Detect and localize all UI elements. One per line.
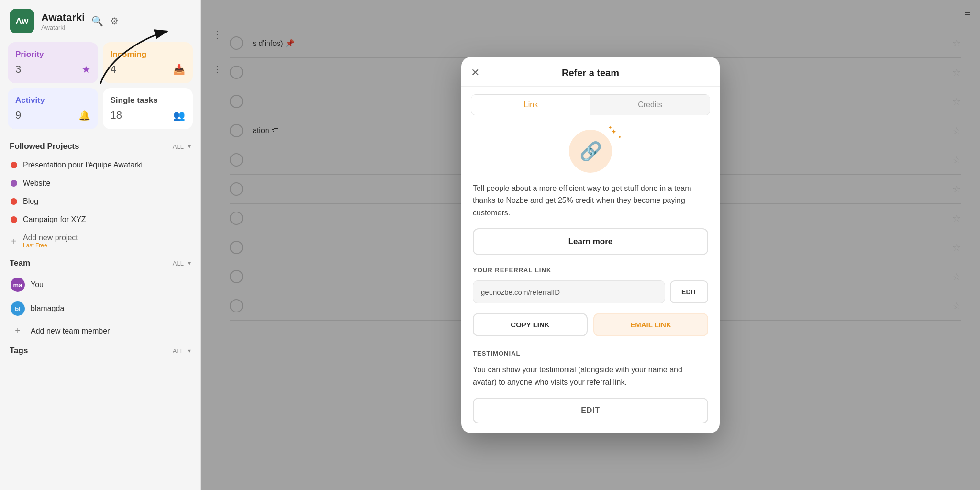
activity-card-label: Activity bbox=[15, 96, 90, 105]
settings-button[interactable]: ⚙ bbox=[110, 15, 119, 27]
section-controls: ALL ▾ bbox=[173, 143, 191, 150]
add-project-item[interactable]: + Add new project Last Free bbox=[8, 229, 193, 254]
tags-section: Tags ALL ▾ bbox=[0, 341, 200, 360]
team-controls: ALL ▾ bbox=[173, 259, 191, 267]
project-name: Website bbox=[23, 179, 51, 188]
single-tasks-label: Single tasks bbox=[111, 96, 186, 105]
team-member-you[interactable]: ma You bbox=[8, 273, 193, 297]
project-name: Présentation pour l'équipe Awatarki bbox=[23, 161, 143, 169]
edit-testimonial-button[interactable]: EDIT bbox=[473, 398, 708, 423]
modal-body: 🔗 ✦ ✦ ✦ Tell people about a more efficie… bbox=[461, 115, 720, 434]
followed-projects-title: Followed Projects bbox=[10, 142, 79, 151]
modal-header: ✕ Refer a team bbox=[461, 57, 720, 87]
link-icon: 🔗 bbox=[579, 141, 602, 162]
followed-projects-section: Followed Projects ALL ▾ bbox=[0, 137, 200, 156]
add-project-sub: Last Free bbox=[23, 242, 78, 249]
learn-more-button[interactable]: Learn more bbox=[473, 228, 708, 255]
project-name: Blog bbox=[23, 197, 38, 206]
project-name: Campaign for XYZ bbox=[23, 215, 86, 224]
incoming-count: 4 bbox=[111, 63, 116, 76]
testimonial-heading: TESTIMONIAL bbox=[473, 350, 708, 357]
team-member-name: blamagda bbox=[31, 304, 64, 313]
incoming-card[interactable]: Incoming 4 📥 bbox=[103, 42, 193, 83]
team-all[interactable]: ALL bbox=[173, 260, 184, 267]
avatar: bl bbox=[11, 301, 25, 316]
modal-tabs: Link Credits bbox=[471, 94, 710, 115]
team-member-blamagda[interactable]: bl blamagda bbox=[8, 297, 193, 321]
project-dot bbox=[11, 198, 17, 205]
priority-count: 3 bbox=[15, 63, 21, 76]
referral-icon-area: 🔗 ✦ ✦ ✦ bbox=[473, 130, 708, 173]
referral-icon-circle: 🔗 ✦ ✦ ✦ bbox=[569, 130, 612, 173]
modal-overlay: ✕ Refer a team Link Credits 🔗 ✦ ✦ ✦ bbox=[201, 0, 980, 490]
sidebar-cards: Priority 3 ★ Incoming 4 📥 Activity 9 🔔 S… bbox=[0, 42, 200, 137]
tab-credits[interactable]: Credits bbox=[590, 95, 710, 115]
chevron-down-icon: ▾ bbox=[188, 347, 191, 355]
project-item[interactable]: Blog bbox=[8, 192, 193, 211]
close-button[interactable]: ✕ bbox=[471, 67, 479, 79]
priority-card-label: Priority bbox=[15, 50, 90, 59]
chevron-down-icon: ▾ bbox=[188, 143, 191, 150]
project-list: Présentation pour l'équipe Awatarki Webs… bbox=[0, 156, 200, 254]
referral-description: Tell people about a more efficient way t… bbox=[473, 182, 708, 219]
project-dot bbox=[11, 180, 17, 187]
activity-card[interactable]: Activity 9 🔔 bbox=[8, 88, 98, 129]
project-item[interactable]: Présentation pour l'équipe Awatarki bbox=[8, 156, 193, 174]
team-list: ma You bl blamagda + Add new team member bbox=[0, 273, 200, 341]
activity-card-row: 9 🔔 bbox=[15, 109, 90, 122]
tags-all[interactable]: ALL bbox=[173, 347, 184, 355]
tags-title: Tags bbox=[10, 346, 28, 356]
team-member-name: You bbox=[31, 280, 44, 289]
single-tasks-row: 18 👥 bbox=[111, 109, 186, 122]
single-tasks-card[interactable]: Single tasks 18 👥 bbox=[103, 88, 193, 129]
single-tasks-icon: 👥 bbox=[173, 110, 185, 121]
priority-star-icon: ★ bbox=[82, 64, 90, 75]
search-button[interactable]: 🔍 bbox=[91, 15, 103, 27]
avatar: Aw bbox=[10, 9, 34, 33]
referral-link-row: EDIT bbox=[473, 280, 708, 303]
referral-link-input[interactable] bbox=[473, 280, 665, 303]
add-team-member-label: Add new team member bbox=[31, 327, 110, 335]
sidebar: Aw Awatarki Awatarki 🔍 ⚙ Priority 3 ★ bbox=[0, 0, 201, 490]
link-actions: COPY LINK EMAIL LINK bbox=[473, 313, 708, 336]
avatar: ma bbox=[11, 278, 25, 292]
chevron-down-icon: ▾ bbox=[188, 259, 191, 267]
priority-card[interactable]: Priority 3 ★ bbox=[8, 42, 98, 83]
project-item[interactable]: Website bbox=[8, 174, 193, 192]
referral-link-heading: YOUR REFERRAL LINK bbox=[473, 267, 708, 274]
activity-count: 9 bbox=[15, 109, 21, 122]
project-dot bbox=[11, 216, 17, 223]
copy-link-button[interactable]: COPY LINK bbox=[473, 313, 588, 336]
incoming-icon: 📥 bbox=[173, 64, 185, 75]
plus-icon: + bbox=[11, 325, 25, 336]
followed-projects-all[interactable]: ALL bbox=[173, 143, 184, 150]
email-link-button[interactable]: EMAIL LINK bbox=[593, 313, 708, 336]
sidebar-subtitle: Awatarki bbox=[41, 24, 85, 31]
edit-link-button[interactable]: EDIT bbox=[670, 280, 708, 303]
sparkle-icon: ✦ bbox=[618, 134, 622, 140]
project-item[interactable]: Campaign for XYZ bbox=[8, 211, 193, 229]
single-tasks-count: 18 bbox=[111, 109, 122, 122]
modal-title: Refer a team bbox=[562, 67, 619, 78]
testimonial-description: You can show your testimonial (alongside… bbox=[473, 364, 708, 388]
team-section: Team ALL ▾ bbox=[0, 254, 200, 273]
add-team-member[interactable]: + Add new team member bbox=[8, 321, 193, 341]
sidebar-header-icons: 🔍 ⚙ bbox=[91, 15, 119, 27]
plus-icon: + bbox=[11, 236, 17, 247]
incoming-card-label: Incoming bbox=[111, 50, 186, 59]
team-title: Team bbox=[10, 258, 30, 268]
tab-link[interactable]: Link bbox=[471, 95, 590, 115]
activity-bell-icon: 🔔 bbox=[78, 110, 90, 121]
project-dot bbox=[11, 162, 17, 168]
tags-controls: ALL ▾ bbox=[173, 347, 191, 355]
sidebar-title: Awatarki bbox=[41, 11, 85, 24]
sparkle-icon: ✦ bbox=[608, 125, 612, 130]
incoming-card-row: 4 📥 bbox=[111, 63, 186, 76]
main-content: ≡ ⋮ ⋮ s d'infos) 📌 ☆ ☆ ☆ ation 🏷 bbox=[201, 0, 980, 490]
priority-card-row: 3 ★ bbox=[15, 63, 90, 76]
refer-team-modal: ✕ Refer a team Link Credits 🔗 ✦ ✦ ✦ bbox=[461, 57, 720, 434]
add-project-label: Add new project bbox=[23, 234, 78, 242]
sidebar-header: Aw Awatarki Awatarki 🔍 ⚙ bbox=[0, 0, 200, 42]
